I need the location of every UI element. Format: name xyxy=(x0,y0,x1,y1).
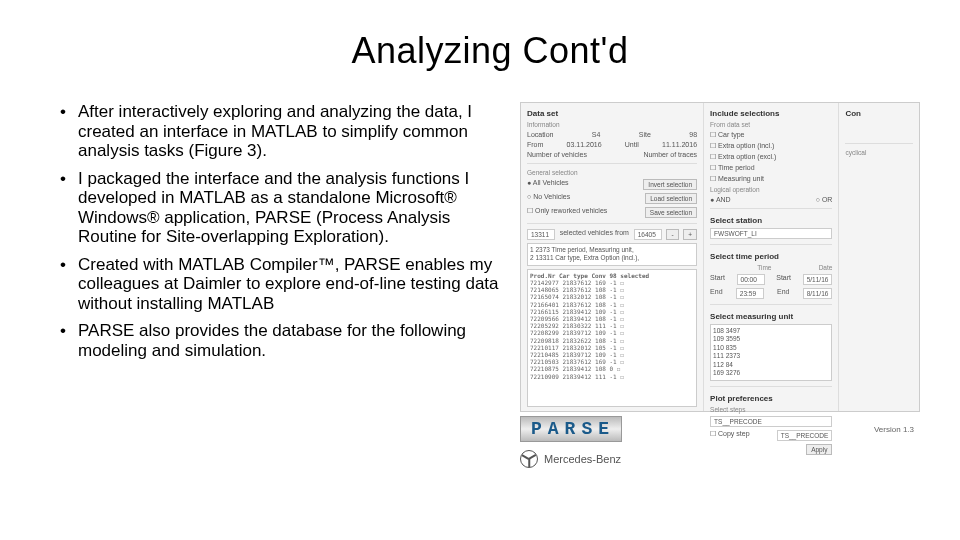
check-extra-excl[interactable]: Extra option (excl.) xyxy=(710,153,832,161)
invert-selection-button[interactable]: Invert selection xyxy=(643,179,697,190)
location-label: Location xyxy=(527,131,553,138)
table-header: Prod.Nr Car type Conv 98 selected xyxy=(530,272,694,279)
cyclical-label: cyclical xyxy=(845,149,913,156)
start-label: Start xyxy=(710,274,725,285)
selection-list[interactable]: 1 2373 Time period, Measuring unit, 2 13… xyxy=(527,243,697,266)
list-item: 111 2373 xyxy=(713,352,829,360)
selected-mid: selected vehicles from xyxy=(560,229,629,240)
radio-or[interactable]: OR xyxy=(816,196,833,203)
minus-button[interactable]: - xyxy=(666,229,678,240)
until-label: Until xyxy=(625,141,639,148)
load-selection-button[interactable]: Load selection xyxy=(645,193,697,204)
time-col: Time xyxy=(757,264,771,271)
selected-count: 13311 xyxy=(527,229,555,240)
save-selection-button[interactable]: Save selection xyxy=(645,207,697,218)
list-item: 110 835 xyxy=(713,344,829,352)
vehicle-table[interactable]: Prod.Nr Car type Conv 98 selected 721429… xyxy=(527,269,697,407)
list-item: 2 13311 Car type, Extra Option (incl.), xyxy=(530,254,694,262)
table-row: 72210117 21832012 105 -1 ☐ xyxy=(530,344,694,351)
ntraces-label: Number of traces xyxy=(643,151,697,158)
list-item: 108 3497 xyxy=(713,327,829,335)
list-item: 109 3595 xyxy=(713,335,829,343)
start-time-input[interactable]: 00:00 xyxy=(737,274,765,285)
table-row: 72210503 21837612 169 -1 ☐ xyxy=(530,358,694,365)
bullet-list: After interactively exploring and analyz… xyxy=(60,102,500,520)
bullet-item: I packaged the interface and the analysi… xyxy=(60,169,500,247)
until-value: 11.11.2016 xyxy=(662,141,697,148)
end-label: End xyxy=(710,288,722,299)
parse-logo: PARSE xyxy=(520,416,622,442)
list-item: 112 84 xyxy=(713,361,829,369)
bullet-item: Created with MATLAB Compiler™, PARSE ena… xyxy=(60,255,500,314)
start-date-input[interactable]: 5/11/16 xyxy=(803,274,833,285)
end-label-2: End xyxy=(777,288,789,299)
site-value: 98 xyxy=(689,131,697,138)
from-dataset-label: From data set xyxy=(710,121,832,128)
total-count: 16405 xyxy=(634,229,662,240)
table-row: 72209566 21839412 108 -1 ☐ xyxy=(530,315,694,322)
table-row: 72210485 21839712 109 -1 ☐ xyxy=(530,351,694,358)
check-reworked[interactable]: Only reworked vehicles xyxy=(527,207,607,218)
dataset-header: Data set xyxy=(527,109,697,118)
end-date-input[interactable]: 8/11/16 xyxy=(803,288,833,299)
info-header: Information xyxy=(527,121,697,128)
measuring-header: Select measuring unit xyxy=(710,312,832,321)
date-col: Date xyxy=(819,264,833,271)
table-row: 72166115 21839412 109 -1 ☐ xyxy=(530,308,694,315)
include-header: Include selections xyxy=(710,109,832,118)
from-value: 03.11.2016 xyxy=(567,141,602,148)
from-label: From xyxy=(527,141,543,148)
bullet-item: PARSE also provides the database for the… xyxy=(60,321,500,360)
radio-and[interactable]: AND xyxy=(710,196,731,203)
parse-gui-mock: Data set Information Location S4 Site 98… xyxy=(520,102,920,412)
table-row: 72142977 21837612 169 -1 ☐ xyxy=(530,279,694,286)
table-row: 72210875 21839412 108 0 ☐ xyxy=(530,365,694,372)
figure-3: Data set Information Location S4 Site 98… xyxy=(520,102,920,520)
table-row: 72210909 21839412 111 -1 ☐ xyxy=(530,373,694,380)
version-label: Version 1.3 xyxy=(874,425,914,434)
station-select[interactable]: FWSWOFT_LI xyxy=(710,228,832,239)
table-row: 72209818 21832622 108 -1 ☐ xyxy=(530,337,694,344)
check-cartype[interactable]: Car type xyxy=(710,131,832,139)
brand-label: Mercedes-Benz xyxy=(544,453,621,465)
bullet-item: After interactively exploring and analyz… xyxy=(60,102,500,161)
time-header: Select time period xyxy=(710,252,832,261)
measuring-list[interactable]: 108 3497 109 3595 110 835 111 2373 112 8… xyxy=(710,324,832,381)
list-item: 169 3276 xyxy=(713,369,829,377)
table-row: 72148065 21837612 108 -1 ☐ xyxy=(530,286,694,293)
table-row: 72165074 21832012 108 -1 ☐ xyxy=(530,293,694,300)
start-label-2: Start xyxy=(776,274,791,285)
general-selection-header: General selection xyxy=(527,169,697,176)
check-extra-incl[interactable]: Extra option (incl.) xyxy=(710,142,832,150)
table-row: 72166401 21837612 108 -1 ☐ xyxy=(530,301,694,308)
nveh-label: Number of vehicles xyxy=(527,151,587,158)
select-steps-label: Select steps xyxy=(710,406,832,413)
radio-all-vehicles[interactable]: All Vehicles xyxy=(527,179,569,190)
end-time-input[interactable]: 23:59 xyxy=(736,288,764,299)
logic-label: Logical operation xyxy=(710,186,832,193)
location-value: S4 xyxy=(592,131,601,138)
con-header: Con xyxy=(845,109,913,118)
table-row: 72208299 21839712 109 -1 ☐ xyxy=(530,329,694,336)
check-measuring-unit[interactable]: Measuring unit xyxy=(710,175,832,183)
table-row: 72205292 21830322 111 -1 ☐ xyxy=(530,322,694,329)
plus-button[interactable]: + xyxy=(683,229,697,240)
list-item: 1 2373 Time period, Measuring unit, xyxy=(530,246,694,254)
site-label: Site xyxy=(639,131,651,138)
station-header: Select station xyxy=(710,216,832,225)
plot-header: Plot preferences xyxy=(710,394,832,403)
radio-no-vehicles[interactable]: No Vehicles xyxy=(527,193,570,204)
check-time-period[interactable]: Time period xyxy=(710,164,832,172)
mercedes-star-icon xyxy=(520,450,538,468)
slide-title: Analyzing Cont'd xyxy=(60,30,920,72)
